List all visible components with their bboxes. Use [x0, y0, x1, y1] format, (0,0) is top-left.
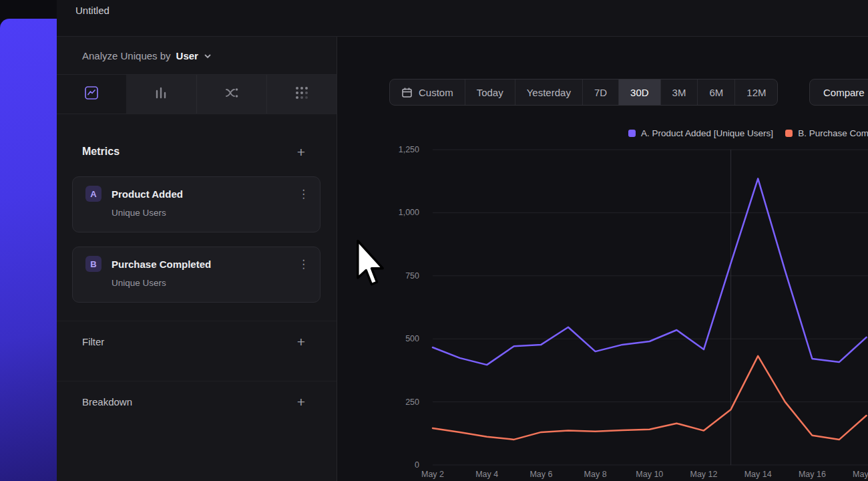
metric-aggregation[interactable]: Unique Users — [112, 208, 309, 218]
date-range-label: Custom — [419, 87, 453, 98]
svg-text:May 2: May 2 — [421, 470, 444, 479]
tab-retention[interactable] — [266, 75, 337, 114]
metric-card-row: B Purchase Completed ⋮ — [85, 256, 309, 272]
filter-title: Filter — [82, 336, 104, 347]
svg-text:May 6: May 6 — [529, 470, 552, 479]
svg-text:750: 750 — [405, 271, 419, 281]
analyze-by-label: Analyze Uniques by — [82, 50, 171, 61]
kebab-menu-icon[interactable]: ⋮ — [298, 188, 309, 200]
calendar-icon — [401, 87, 413, 98]
legend-swatch-purple — [628, 130, 636, 137]
app-window: Untitled Analyze Uniques by User — [57, 0, 868, 481]
breakdown-section-header: Breakdown + — [82, 387, 305, 416]
analyze-by-value[interactable]: User — [176, 50, 198, 61]
bar-chart-funnels-icon — [153, 85, 169, 104]
tab-insights[interactable] — [57, 75, 126, 114]
metrics-title: Metrics — [82, 146, 120, 158]
metric-name: Product Added — [112, 188, 298, 200]
date-range-custom-button[interactable]: Custom — [390, 79, 465, 105]
tab-flows[interactable] — [196, 75, 266, 114]
svg-text:May 14: May 14 — [744, 470, 772, 479]
chevron-down-icon[interactable] — [204, 52, 212, 60]
metric-card-purchase-completed[interactable]: B Purchase Completed ⋮ Unique Users — [72, 247, 320, 303]
svg-text:500: 500 — [405, 334, 419, 343]
kebab-menu-icon[interactable]: ⋮ — [298, 259, 309, 270]
date-range-3m-button[interactable]: 3M — [660, 79, 698, 105]
metric-card-row: A Product Added ⋮ — [85, 186, 309, 202]
metric-badge-b: B — [85, 256, 101, 272]
left-background-strip — [0, 0, 57, 481]
svg-text:May 10: May 10 — [636, 470, 663, 479]
metrics-section-header: Metrics + — [82, 137, 305, 166]
flows-icon — [224, 85, 240, 104]
purple-gradient-panel — [0, 19, 57, 481]
line-chart-insights-icon — [83, 85, 99, 104]
svg-text:0: 0 — [415, 460, 419, 470]
svg-text:1,250: 1,250 — [399, 145, 419, 154]
tab-funnels[interactable] — [126, 75, 196, 114]
date-range-12m-button[interactable]: 12M — [734, 79, 777, 105]
date-range-today-button[interactable]: Today — [465, 79, 515, 105]
svg-text:250: 250 — [405, 397, 419, 407]
date-range-yesterday-button[interactable]: Yesterday — [515, 79, 582, 105]
report-type-tabs — [57, 75, 337, 114]
svg-text:May 18: May 18 — [853, 470, 868, 479]
date-range-30d-button[interactable]: 30D — [618, 79, 660, 105]
date-range-toolbar: Custom Today Yesterday 7D 30D 3M 6M 12M — [389, 79, 778, 106]
top-bar: Untitled — [57, 0, 868, 37]
divider — [57, 321, 337, 321]
date-range-6m-button[interactable]: 6M — [697, 79, 734, 105]
svg-text:May 16: May 16 — [799, 470, 826, 479]
svg-text:May 4: May 4 — [475, 470, 498, 479]
breakdown-title: Breakdown — [82, 396, 132, 408]
metric-aggregation[interactable]: Unique Users — [112, 278, 309, 288]
metric-badge-a: A — [85, 186, 101, 202]
add-filter-button[interactable]: + — [297, 335, 305, 349]
add-breakdown-button[interactable]: + — [297, 395, 305, 409]
compare-button[interactable]: Compare — [809, 79, 868, 106]
chart-panel: Custom Today Yesterday 7D 30D 3M 6M 12M … — [337, 37, 868, 481]
divider — [57, 381, 337, 381]
add-metric-button[interactable]: + — [297, 145, 305, 159]
svg-text:1,000: 1,000 — [399, 208, 419, 217]
legend-swatch-orange — [785, 130, 793, 137]
filter-section-header: Filter + — [82, 327, 305, 356]
query-builder-sidebar: Analyze Uniques by User — [57, 37, 337, 481]
svg-text:May 8: May 8 — [584, 470, 607, 479]
legend-label: A. Product Added [Unique Users] — [641, 128, 773, 138]
legend-item-b[interactable]: B. Purchase Completed [Unique Users] — [785, 126, 868, 140]
legend-label: B. Purchase Completed [Unique Users] — [798, 128, 868, 138]
analyze-by-row: Analyze Uniques by User — [57, 37, 337, 75]
svg-text:May 12: May 12 — [690, 470, 718, 479]
retention-grid-icon — [294, 85, 310, 104]
chart-legend: A. Product Added [Unique Users] B. Purch… — [628, 126, 868, 140]
line-chart[interactable]: 02505007501,0001,250May 2May 4May 6May 8… — [337, 144, 868, 481]
metric-name: Purchase Completed — [112, 259, 298, 270]
report-title[interactable]: Untitled — [75, 5, 110, 16]
mouse-cursor — [356, 239, 387, 291]
date-range-7d-button[interactable]: 7D — [582, 79, 618, 105]
legend-item-a[interactable]: A. Product Added [Unique Users] — [628, 126, 773, 140]
metric-card-product-added[interactable]: A Product Added ⋮ Unique Users — [72, 176, 320, 232]
